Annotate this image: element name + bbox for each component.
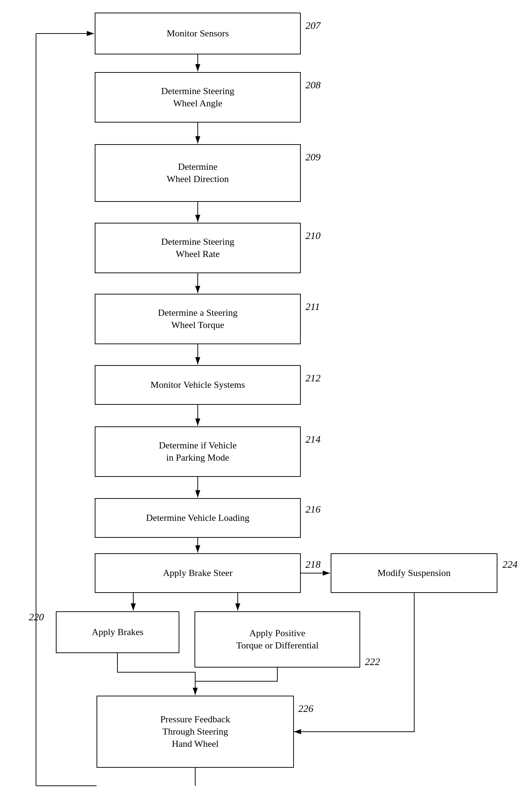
flowchart-container: Monitor Sensors 207 Determine SteeringWh… <box>0 0 532 811</box>
box-determine-vehicle-loading: Determine Vehicle Loading <box>95 498 301 538</box>
box-modify-suspension: Modify Suspension <box>331 553 497 593</box>
ref-220: 220 <box>29 611 44 623</box>
box-monitor-vehicle-systems: Monitor Vehicle Systems <box>95 365 301 405</box>
ref-226: 226 <box>298 703 313 714</box>
ref-211: 211 <box>305 301 320 313</box>
ref-210: 210 <box>305 230 321 241</box>
ref-208: 208 <box>305 79 321 91</box>
ref-218: 218 <box>305 559 321 570</box>
box-determine-parking-mode: Determine if Vehiclein Parking Mode <box>95 426 301 477</box>
box-determine-steering-wheel-torque: Determine a SteeringWheel Torque <box>95 294 301 344</box>
ref-222: 222 <box>365 656 380 668</box>
ref-214: 214 <box>305 434 321 445</box>
ref-224: 224 <box>502 559 518 570</box>
ref-212: 212 <box>305 372 321 384</box>
box-apply-positive-torque: Apply PositiveTorque or Differential <box>195 611 360 668</box>
box-pressure-feedback: Pressure FeedbackThrough SteeringHand Wh… <box>97 696 294 768</box>
box-apply-brakes: Apply Brakes <box>56 611 179 653</box>
box-determine-steering-wheel-angle: Determine SteeringWheel Angle <box>95 72 301 123</box>
box-determine-wheel-direction: DetermineWheel Direction <box>95 144 301 202</box>
ref-209: 209 <box>305 151 321 163</box>
box-determine-steering-wheel-rate: Determine SteeringWheel Rate <box>95 223 301 273</box>
ref-207: 207 <box>305 20 321 31</box>
box-apply-brake-steer: Apply Brake Steer <box>95 553 301 593</box>
box-monitor-sensors: Monitor Sensors <box>95 13 301 54</box>
ref-216: 216 <box>305 504 321 515</box>
